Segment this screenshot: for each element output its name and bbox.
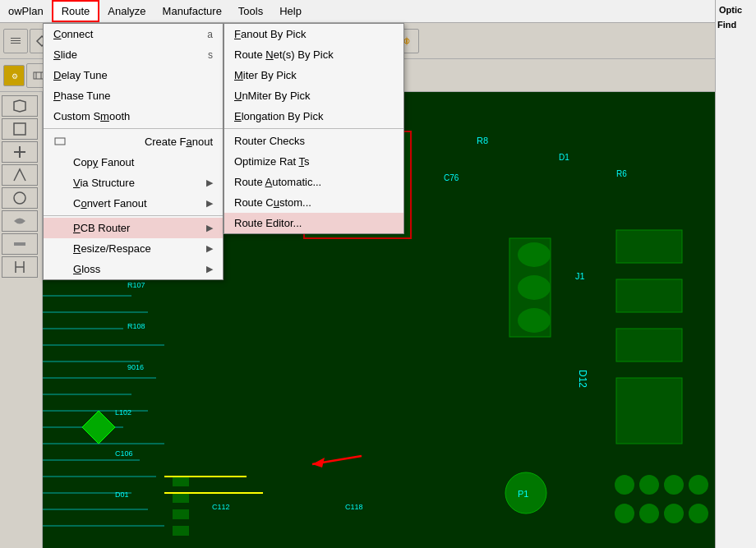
svg-text:R108: R108 bbox=[127, 322, 145, 330]
left-btn-8[interactable] bbox=[2, 256, 38, 278]
menu-slide[interactable]: Slide s bbox=[44, 44, 223, 65]
menu-fanout-by-pick[interactable]: Fanout By Pick bbox=[224, 24, 403, 44]
menu-phase-tune[interactable]: Phase Tune bbox=[44, 85, 223, 106]
svg-text:C118: C118 bbox=[345, 503, 363, 511]
svg-text:C112: C112 bbox=[212, 503, 230, 511]
menu-delay-tune[interactable]: Delay Tune bbox=[44, 65, 223, 85]
svg-text:R107: R107 bbox=[127, 281, 145, 289]
submenu-sep-1 bbox=[224, 128, 403, 129]
left-btn-2[interactable] bbox=[2, 118, 38, 140]
menu-item-flowplan[interactable]: owPlan bbox=[0, 2, 52, 21]
left-btn-4[interactable] bbox=[2, 164, 38, 186]
svg-rect-130 bbox=[173, 477, 189, 486]
menu-elongation-by-pick[interactable]: Elongation By Pick bbox=[224, 106, 403, 127]
svg-point-123 bbox=[639, 475, 659, 495]
svg-rect-131 bbox=[173, 493, 189, 503]
menu-optimize-rat-ts[interactable]: Optimize Rat Ts bbox=[224, 151, 403, 172]
menu-pcb-router[interactable]: PCB Router ▶ bbox=[44, 218, 223, 238]
arrow-indicator bbox=[296, 440, 362, 472]
svg-point-129 bbox=[689, 504, 708, 523]
left-btn-1[interactable] bbox=[2, 95, 38, 117]
svg-text:D1: D1 bbox=[559, 153, 569, 162]
svg-rect-121 bbox=[616, 378, 682, 444]
find-panel: Find bbox=[717, 20, 754, 30]
svg-rect-120 bbox=[616, 329, 682, 361]
menu-create-fanout[interactable]: Create Fanout bbox=[44, 131, 223, 152]
left-toolbar bbox=[0, 92, 43, 548]
svg-text:D01: D01 bbox=[115, 490, 129, 499]
svg-rect-133 bbox=[173, 526, 189, 536]
svg-rect-118 bbox=[616, 230, 682, 263]
svg-marker-174 bbox=[312, 458, 325, 467]
left-btn-6[interactable] bbox=[2, 210, 38, 232]
menu-route-custom[interactable]: Route Custom... bbox=[224, 192, 403, 213]
menu-connect[interactable]: Connect a bbox=[44, 24, 223, 44]
svg-text:C76: C76 bbox=[444, 173, 459, 182]
menu-unmiter-by-pick[interactable]: UnMiter By Pick bbox=[224, 85, 403, 106]
svg-rect-172 bbox=[14, 242, 25, 246]
menu-route-automatic[interactable]: Route Automatic... bbox=[224, 172, 403, 192]
menu-item-help[interactable]: Help bbox=[271, 2, 310, 21]
svg-point-122 bbox=[615, 475, 634, 495]
svg-point-125 bbox=[689, 475, 708, 495]
menu-custom-smooth[interactable]: Custom Smooth bbox=[44, 106, 223, 127]
svg-point-124 bbox=[664, 475, 684, 495]
svg-rect-119 bbox=[616, 279, 682, 312]
svg-rect-132 bbox=[173, 509, 189, 519]
dropdown-sep-2 bbox=[44, 215, 223, 216]
toolbar2-btn-1[interactable]: ⚙ bbox=[3, 65, 25, 86]
right-panel: Optic Find bbox=[715, 0, 756, 548]
menu-convert-fanout[interactable]: Convert Fanout ▶ bbox=[44, 193, 223, 214]
left-btn-5[interactable] bbox=[2, 187, 38, 209]
menu-router-checks[interactable]: Router Checks bbox=[224, 131, 403, 151]
menu-resize-respace[interactable]: Resize/Respace ▶ bbox=[44, 238, 223, 259]
svg-point-128 bbox=[664, 504, 684, 523]
svg-point-116 bbox=[518, 275, 551, 300]
toolbar-btn-1[interactable] bbox=[3, 29, 28, 53]
menu-item-analyze[interactable]: Analyze bbox=[99, 2, 154, 21]
svg-text:R8: R8 bbox=[477, 136, 488, 145]
svg-text:P1: P1 bbox=[518, 489, 528, 499]
left-btn-7[interactable] bbox=[2, 233, 38, 255]
menu-item-manufacture[interactable]: Manufacture bbox=[154, 2, 230, 21]
menu-item-tools[interactable]: Tools bbox=[230, 2, 271, 21]
svg-text:J1: J1 bbox=[575, 271, 585, 281]
svg-point-126 bbox=[615, 504, 634, 523]
svg-text:C106: C106 bbox=[115, 449, 133, 458]
right-panel-title: Optic bbox=[717, 3, 754, 16]
menu-item-route[interactable]: Route bbox=[52, 0, 100, 22]
route-dropdown: Connect a Slide s Delay Tune Phase Tune … bbox=[43, 23, 224, 280]
menu-via-structure[interactable]: Via Structure ▶ bbox=[44, 173, 223, 193]
pcb-router-submenu: Fanout By Pick Route Net(s) By Pick Mite… bbox=[224, 23, 404, 234]
menubar: owPlan Route Analyze Manufacture Tools H… bbox=[0, 0, 715, 23]
svg-text:D12: D12 bbox=[577, 370, 588, 388]
menu-gloss[interactable]: Gloss ▶ bbox=[44, 259, 223, 279]
menu-miter-by-pick[interactable]: Miter By Pick bbox=[224, 65, 403, 85]
svg-point-127 bbox=[639, 504, 659, 523]
svg-point-171 bbox=[14, 192, 25, 204]
dropdown-sep-1 bbox=[44, 128, 223, 129]
svg-text:L102: L102 bbox=[115, 408, 131, 417]
svg-text:9016: 9016 bbox=[127, 363, 144, 371]
left-btn-3[interactable] bbox=[2, 141, 38, 163]
svg-rect-168 bbox=[14, 123, 25, 135]
svg-rect-173 bbox=[55, 138, 65, 145]
menu-route-nets-by-pick[interactable]: Route Net(s) By Pick bbox=[224, 44, 403, 65]
menu-route-editor[interactable]: Route Editor... bbox=[224, 213, 403, 233]
svg-point-115 bbox=[518, 242, 551, 267]
svg-text:⚙: ⚙ bbox=[12, 72, 18, 81]
svg-text:R6: R6 bbox=[616, 169, 627, 178]
menu-copy-fanout[interactable]: Copy Fanout bbox=[44, 152, 223, 173]
svg-point-117 bbox=[518, 308, 551, 333]
